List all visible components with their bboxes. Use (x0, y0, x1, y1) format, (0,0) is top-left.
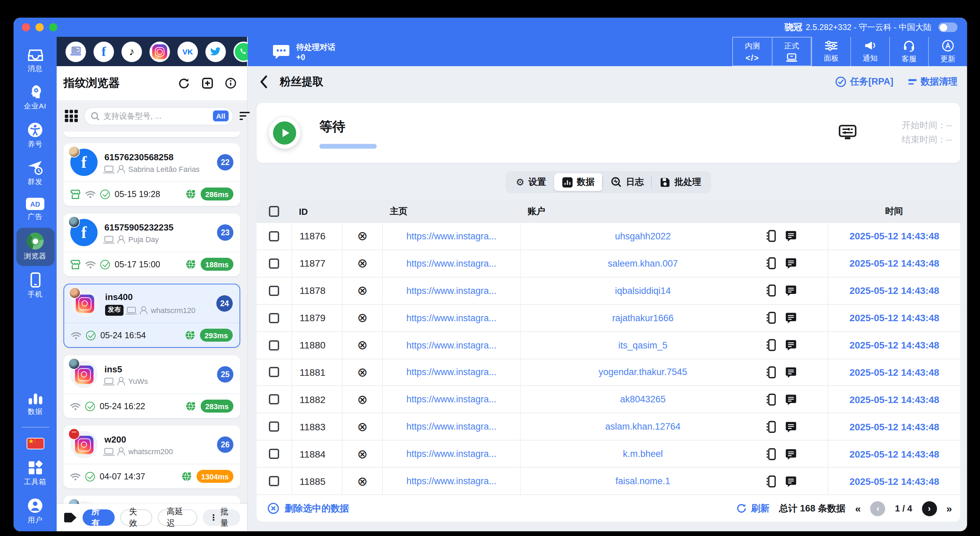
search-input[interactable] (103, 112, 208, 120)
message-icon[interactable] (786, 258, 796, 269)
message-icon[interactable] (786, 339, 796, 350)
cell-account[interactable]: uhsgahh2022 (520, 223, 765, 250)
cell-account[interactable]: faisal.nome.1 (520, 468, 765, 495)
cell-account[interactable]: k.m.bheel (520, 441, 765, 468)
update-button[interactable]: 更新 (928, 37, 967, 66)
cell-home-link[interactable]: https://www.instagra... (382, 414, 520, 440)
refresh-button[interactable]: 刷新 (737, 502, 770, 514)
remove-row-icon[interactable]: ⊗ (342, 278, 382, 304)
tab-data[interactable]: 数据 (555, 173, 603, 191)
row-checkbox[interactable] (256, 359, 291, 385)
cell-home-link[interactable]: https://www.instagra... (382, 468, 520, 495)
tab-settings[interactable]: ⚙ 设置 (508, 173, 554, 191)
theme-toggle[interactable] (939, 22, 958, 32)
platform-device-icon[interactable] (65, 41, 86, 62)
tab-logs[interactable]: 日志 (603, 173, 652, 191)
copy-to-device-icon[interactable] (767, 475, 776, 487)
sidebar-item-language[interactable] (16, 433, 54, 454)
data-clean-link[interactable]: 数据清理 (908, 76, 958, 88)
filter-invalid[interactable]: 失效 (120, 509, 152, 526)
profile-card-selected[interactable]: ins400 发布whatscrm120 24 05-24 16:54 293m… (64, 284, 240, 348)
sidebar-item-enterprise-ai[interactable]: 企业AI (16, 80, 54, 116)
platform-twitter-icon[interactable] (205, 41, 226, 62)
refresh-icon[interactable] (178, 78, 190, 89)
row-checkbox[interactable] (256, 223, 291, 250)
sidebar-item-bulk-send[interactable]: 群发 (16, 155, 54, 192)
copy-to-device-icon[interactable] (767, 312, 776, 324)
row-checkbox[interactable] (256, 468, 291, 495)
remove-row-icon[interactable]: ⊗ (342, 414, 382, 440)
cell-account[interactable]: saleem.khan.007 (520, 250, 765, 277)
last-page-button[interactable]: » (946, 503, 952, 514)
cell-home-link[interactable]: https://www.instagra... (382, 304, 520, 331)
message-icon[interactable] (786, 448, 796, 459)
copy-to-device-icon[interactable] (767, 393, 776, 406)
platform-tiktok-icon[interactable]: ♪ (121, 41, 142, 62)
copy-to-device-icon[interactable] (767, 257, 776, 270)
cell-home-link[interactable]: https://www.instagra... (382, 332, 520, 358)
profile-card[interactable]: f 61576230568258 Sabrina Leitão Farias 2… (64, 143, 240, 206)
copy-to-device-icon[interactable] (767, 366, 776, 379)
message-icon[interactable] (786, 476, 796, 487)
cell-home-link[interactable]: https://www.instagra... (382, 441, 520, 468)
remove-row-icon[interactable]: ⊗ (342, 386, 382, 413)
platform-instagram-icon[interactable] (150, 41, 170, 62)
cell-home-link[interactable]: https://www.instagra... (382, 250, 520, 277)
info-icon[interactable] (225, 78, 236, 89)
next-page-button[interactable]: › (922, 501, 937, 516)
beta-env-button[interactable]: 内测 </> (733, 38, 772, 65)
message-icon[interactable] (786, 367, 796, 378)
row-checkbox[interactable] (256, 304, 291, 331)
copy-to-device-icon[interactable] (767, 285, 776, 297)
message-icon[interactable] (786, 231, 796, 242)
cell-account[interactable]: ak8043265 (520, 386, 765, 413)
remove-row-icon[interactable]: ⊗ (342, 332, 382, 358)
remove-row-icon[interactable]: ⊗ (342, 359, 382, 385)
profile-card[interactable]: f 61575905232235 Puja Day 23 05-17 15:00 (64, 213, 240, 276)
platform-facebook-icon[interactable]: f (94, 41, 114, 62)
platform-vk-icon[interactable]: VK (177, 41, 198, 62)
copy-to-device-icon[interactable] (767, 421, 776, 433)
remove-row-icon[interactable]: ⊗ (342, 250, 382, 277)
cell-home-link[interactable]: https://www.instagra... (382, 278, 520, 304)
support-button[interactable]: 客服 (889, 37, 928, 66)
row-checkbox[interactable] (256, 441, 291, 468)
cell-account[interactable]: iqbalsiddiqi14 (520, 278, 765, 304)
cell-home-link[interactable]: https://www.instagra... (382, 386, 520, 413)
copy-to-device-icon[interactable] (767, 448, 776, 460)
message-icon[interactable] (786, 422, 796, 432)
prev-page-button[interactable]: ‹ (870, 501, 886, 516)
filter-all[interactable]: 所有 (83, 509, 115, 526)
tab-batch[interactable]: 批处理 (652, 173, 710, 191)
sidebar-item-ads[interactable]: AD 广告 (16, 193, 54, 227)
remove-row-icon[interactable]: ⊗ (342, 304, 382, 331)
tag-icon[interactable] (64, 512, 77, 523)
minimize-window-button[interactable] (35, 23, 44, 32)
profile-card[interactable]: ins5 YuWs 25 05-24 16:22 283ms (64, 355, 240, 418)
cell-account[interactable]: rajathakur1666 (520, 304, 765, 331)
cell-account[interactable]: aslam.khan.12764 (520, 414, 765, 440)
delete-selected-button[interactable]: 删除选中的数据 (267, 502, 349, 514)
copy-to-device-icon[interactable] (767, 230, 776, 243)
row-checkbox[interactable] (256, 278, 291, 304)
close-window-button[interactable] (22, 23, 30, 32)
grid-view-icon[interactable] (65, 109, 78, 122)
select-all-checkbox[interactable] (256, 206, 291, 217)
sidebar-item-data[interactable]: 数据 (16, 388, 54, 422)
panel-button[interactable]: 面板 (811, 37, 850, 66)
task-rpa-link[interactable]: 任务[RPA] (835, 76, 893, 88)
cell-home-link[interactable]: https://www.instagra... (382, 223, 520, 250)
prod-env-button[interactable]: 正式 (772, 38, 811, 65)
cell-account[interactable]: yogendar.thakur.7545 (520, 359, 765, 385)
row-checkbox[interactable] (256, 332, 291, 358)
remove-row-icon[interactable]: ⊗ (342, 223, 382, 250)
row-checkbox[interactable] (256, 414, 291, 440)
profile-card[interactable]: ins2 27 (64, 496, 240, 504)
sidebar-item-user[interactable]: 用户 (16, 493, 54, 530)
profile-card[interactable]: w200 whatscrm200 26 04-07 14:37 1304ms (64, 425, 240, 488)
notifications-button[interactable]: 通知 (850, 37, 889, 66)
sidebar-item-phone[interactable]: 手机 (16, 267, 54, 304)
remove-row-icon[interactable]: ⊗ (342, 468, 382, 495)
sidebar-item-messages[interactable]: 消息 (16, 44, 54, 78)
sidebar-item-nurture[interactable]: 养号 (16, 117, 54, 154)
